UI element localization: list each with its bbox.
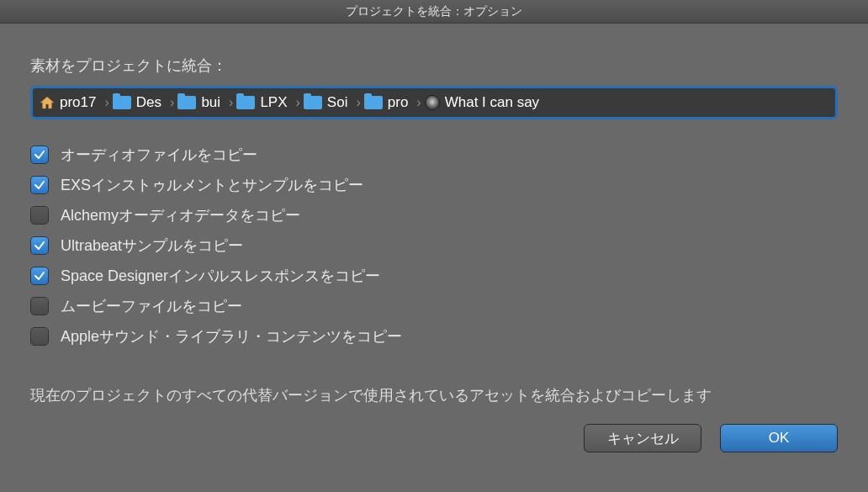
chevron-right-icon: › [411,95,421,110]
check-row-alchemy: Alchemyオーディオデータをコピー [30,200,838,230]
ok-button[interactable]: OK [720,424,838,452]
breadcrumb-item[interactable]: pro [361,94,412,111]
home-icon [40,96,55,109]
checklist: オーディオファイルをコピー EXSインストゥルメントとサンプルをコピー Alch… [30,140,838,352]
folder-icon [236,96,255,109]
breadcrumb-label: Des [136,94,161,111]
breadcrumb-item[interactable]: Soi [300,94,352,111]
section-label: 素材をプロジェクトに統合： [30,56,838,76]
check-label: ムービーファイルをコピー [61,296,242,316]
chevron-right-icon: › [165,95,174,110]
checkbox-space-designer[interactable] [30,267,49,285]
breadcrumb-item[interactable]: Des [109,94,165,111]
checkbox-audio-files[interactable] [30,145,49,164]
checkbox-movie[interactable] [30,297,49,315]
dialog-content: 素材をプロジェクトに統合： pro17 › Des › bui › LPX › … [0,24,868,452]
check-row-space-designer: Space Designerインパルスレスポンスをコピー [30,261,838,291]
checkbox-apple-sound[interactable] [30,327,49,346]
cancel-button-label: キャンセル [607,429,679,448]
cancel-button[interactable]: キャンセル [584,424,701,452]
breadcrumb-label: pro [388,94,409,111]
check-label: EXSインストゥルメントとサンプルをコピー [61,175,363,195]
check-label: Ultrabeatサンプルをコピー [61,235,243,256]
breadcrumb-item-home[interactable]: pro17 [36,94,99,111]
window-title: プロジェクトを統合：オプション [346,4,522,19]
breadcrumb-label: What I can say [445,94,539,111]
check-row-audio-files: オーディオファイルをコピー [30,140,838,170]
check-label: オーディオファイルをコピー [61,145,257,165]
checkbox-exs[interactable] [30,176,49,194]
titlebar: プロジェクトを統合：オプション [0,0,868,24]
ok-button-label: OK [769,430,790,447]
check-row-ultrabeat: Ultrabeatサンプルをコピー [30,230,838,261]
check-row-movie: ムービーファイルをコピー [30,291,838,321]
breadcrumb[interactable]: pro17 › Des › bui › LPX › Soi › pro › [30,86,838,119]
breadcrumb-label: pro17 [60,94,96,111]
chevron-right-icon: › [224,95,233,110]
breadcrumb-item-file[interactable]: What I can say [421,94,542,111]
check-label: Space Designerインパルスレスポンスをコピー [61,266,380,286]
check-label: Appleサウンド・ライブラリ・コンテンツをコピー [61,326,402,347]
folder-icon [113,96,131,109]
folder-icon [304,96,322,109]
button-row: キャンセル OK [30,424,838,452]
breadcrumb-item[interactable]: bui [174,94,224,111]
chevron-right-icon: › [99,95,108,110]
check-row-exs: EXSインストゥルメントとサンプルをコピー [30,170,838,200]
folder-icon [177,96,196,109]
folder-icon [364,96,383,109]
description-text: 現在のプロジェクトのすべての代替バージョンで使用されているアセットを統合およびコ… [30,385,838,405]
check-label: Alchemyオーディオデータをコピー [61,205,300,225]
checkbox-ultrabeat[interactable] [30,236,49,255]
check-row-apple-sound: Appleサウンド・ライブラリ・コンテンツをコピー [30,321,838,352]
breadcrumb-label: Soi [327,94,348,111]
breadcrumb-label: LPX [260,94,287,111]
checkbox-alchemy[interactable] [30,206,49,225]
breadcrumb-item[interactable]: LPX [233,94,290,111]
chevron-right-icon: › [351,95,360,110]
chevron-right-icon: › [291,95,300,110]
breadcrumb-label: bui [201,94,220,111]
document-icon [425,95,440,110]
